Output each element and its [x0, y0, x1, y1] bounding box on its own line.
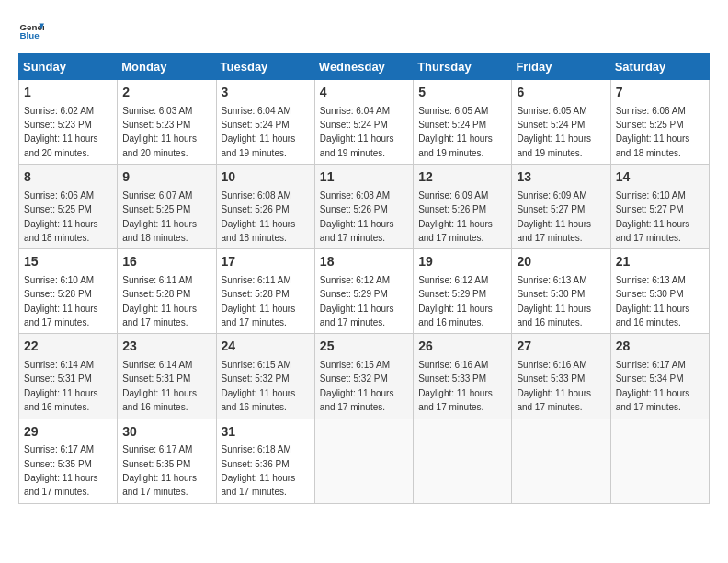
table-row: 8 Sunrise: 6:06 AMSunset: 5:25 PMDayligh…	[19, 165, 118, 249]
week-row-2: 8 Sunrise: 6:06 AMSunset: 5:25 PMDayligh…	[19, 165, 710, 249]
day-info: Sunrise: 6:15 AMSunset: 5:32 PMDaylight:…	[222, 360, 296, 412]
day-number: 31	[222, 423, 310, 442]
table-row: 20 Sunrise: 6:13 AMSunset: 5:30 PMDaylig…	[512, 249, 610, 334]
day-info: Sunrise: 6:02 AMSunset: 5:23 PMDaylight:…	[24, 106, 98, 158]
table-row: 21 Sunrise: 6:13 AMSunset: 5:30 PMDaylig…	[610, 249, 709, 334]
table-row: 28 Sunrise: 6:17 AMSunset: 5:34 PMDaylig…	[610, 334, 709, 419]
week-row-5: 29 Sunrise: 6:17 AMSunset: 5:35 PMDaylig…	[19, 419, 710, 503]
day-info: Sunrise: 6:10 AMSunset: 5:28 PMDaylight:…	[24, 275, 98, 327]
day-number: 28	[616, 338, 704, 356]
day-number: 23	[122, 338, 210, 356]
day-number: 21	[616, 253, 704, 271]
table-row: 27 Sunrise: 6:16 AMSunset: 5:33 PMDaylig…	[512, 334, 610, 419]
day-info: Sunrise: 6:12 AMSunset: 5:29 PMDaylight:…	[418, 275, 493, 327]
table-row: 25 Sunrise: 6:15 AMSunset: 5:32 PMDaylig…	[314, 334, 413, 419]
day-info: Sunrise: 6:13 AMSunset: 5:30 PMDaylight:…	[517, 275, 591, 327]
table-row: 29 Sunrise: 6:17 AMSunset: 5:35 PMDaylig…	[19, 419, 118, 503]
day-number: 10	[222, 168, 310, 187]
table-row: 22 Sunrise: 6:14 AMSunset: 5:31 PMDaylig…	[19, 334, 118, 419]
table-row: 16 Sunrise: 6:11 AMSunset: 5:28 PMDaylig…	[118, 249, 216, 334]
table-row: 14 Sunrise: 6:10 AMSunset: 5:27 PMDaylig…	[610, 165, 709, 249]
table-row: 7 Sunrise: 6:06 AMSunset: 5:25 PMDayligh…	[610, 80, 709, 165]
col-header-tuesday: Tuesday	[216, 54, 314, 80]
page-header: General Blue	[18, 18, 710, 44]
day-info: Sunrise: 6:09 AMSunset: 5:26 PMDaylight:…	[418, 190, 493, 243]
calendar-table: SundayMondayTuesdayWednesdayThursdayFrid…	[18, 53, 710, 504]
day-number: 20	[517, 253, 605, 271]
table-row: 4 Sunrise: 6:04 AMSunset: 5:24 PMDayligh…	[314, 80, 413, 165]
day-number: 12	[418, 168, 506, 187]
col-header-wednesday: Wednesday	[314, 54, 413, 80]
week-row-1: 1 Sunrise: 6:02 AMSunset: 5:23 PMDayligh…	[19, 80, 710, 165]
day-info: Sunrise: 6:06 AMSunset: 5:25 PMDaylight:…	[616, 106, 690, 158]
day-number: 30	[122, 423, 210, 442]
table-row: 15 Sunrise: 6:10 AMSunset: 5:28 PMDaylig…	[19, 249, 118, 334]
day-number: 4	[320, 84, 408, 102]
day-info: Sunrise: 6:14 AMSunset: 5:31 PMDaylight:…	[122, 360, 197, 412]
day-number: 16	[122, 253, 210, 271]
day-info: Sunrise: 6:07 AMSunset: 5:25 PMDaylight:…	[122, 190, 197, 243]
day-info: Sunrise: 6:15 AMSunset: 5:32 PMDaylight:…	[320, 360, 394, 412]
day-info: Sunrise: 6:17 AMSunset: 5:35 PMDaylight:…	[122, 444, 197, 497]
day-number: 3	[222, 84, 310, 102]
day-info: Sunrise: 6:18 AMSunset: 5:36 PMDaylight:…	[222, 444, 296, 497]
table-row: 26 Sunrise: 6:16 AMSunset: 5:33 PMDaylig…	[414, 334, 512, 419]
table-row: 1 Sunrise: 6:02 AMSunset: 5:23 PMDayligh…	[19, 80, 118, 165]
table-row: 11 Sunrise: 6:08 AMSunset: 5:26 PMDaylig…	[314, 165, 413, 249]
table-row	[512, 419, 610, 503]
day-info: Sunrise: 6:08 AMSunset: 5:26 PMDaylight:…	[222, 190, 296, 243]
table-row: 5 Sunrise: 6:05 AMSunset: 5:24 PMDayligh…	[414, 80, 512, 165]
day-number: 6	[517, 84, 605, 102]
day-info: Sunrise: 6:16 AMSunset: 5:33 PMDaylight:…	[418, 360, 493, 412]
table-row: 2 Sunrise: 6:03 AMSunset: 5:23 PMDayligh…	[118, 80, 216, 165]
table-row: 10 Sunrise: 6:08 AMSunset: 5:26 PMDaylig…	[216, 165, 314, 249]
table-row: 12 Sunrise: 6:09 AMSunset: 5:26 PMDaylig…	[414, 165, 512, 249]
table-row: 17 Sunrise: 6:11 AMSunset: 5:28 PMDaylig…	[216, 249, 314, 334]
day-number: 2	[122, 84, 210, 102]
day-number: 29	[24, 423, 112, 442]
day-number: 22	[24, 338, 112, 356]
table-row: 30 Sunrise: 6:17 AMSunset: 5:35 PMDaylig…	[118, 419, 216, 503]
day-number: 27	[517, 338, 605, 356]
day-number: 19	[418, 253, 506, 271]
col-header-thursday: Thursday	[414, 54, 512, 80]
day-info: Sunrise: 6:16 AMSunset: 5:33 PMDaylight:…	[517, 360, 591, 412]
table-row: 6 Sunrise: 6:05 AMSunset: 5:24 PMDayligh…	[512, 80, 610, 165]
day-number: 24	[222, 338, 310, 356]
table-row: 24 Sunrise: 6:15 AMSunset: 5:32 PMDaylig…	[216, 334, 314, 419]
table-row: 18 Sunrise: 6:12 AMSunset: 5:29 PMDaylig…	[314, 249, 413, 334]
table-row: 19 Sunrise: 6:12 AMSunset: 5:29 PMDaylig…	[414, 249, 512, 334]
day-number: 5	[418, 84, 506, 102]
day-number: 7	[616, 84, 704, 102]
day-number: 18	[320, 253, 408, 271]
svg-text:Blue: Blue	[19, 30, 40, 40]
col-header-friday: Friday	[512, 54, 610, 80]
day-number: 1	[24, 84, 112, 102]
col-header-sunday: Sunday	[19, 54, 118, 80]
day-info: Sunrise: 6:06 AMSunset: 5:25 PMDaylight:…	[24, 190, 98, 243]
day-number: 15	[24, 253, 112, 271]
day-info: Sunrise: 6:12 AMSunset: 5:29 PMDaylight:…	[320, 275, 394, 327]
day-info: Sunrise: 6:17 AMSunset: 5:35 PMDaylight:…	[24, 444, 98, 497]
day-info: Sunrise: 6:08 AMSunset: 5:26 PMDaylight:…	[320, 190, 394, 243]
table-row	[314, 419, 413, 503]
day-info: Sunrise: 6:09 AMSunset: 5:27 PMDaylight:…	[517, 190, 591, 243]
day-info: Sunrise: 6:13 AMSunset: 5:30 PMDaylight:…	[616, 275, 690, 327]
day-info: Sunrise: 6:04 AMSunset: 5:24 PMDaylight:…	[320, 106, 394, 158]
logo: General Blue	[18, 18, 44, 44]
logo-icon: General Blue	[18, 18, 44, 44]
day-info: Sunrise: 6:03 AMSunset: 5:23 PMDaylight:…	[122, 106, 197, 158]
day-number: 17	[222, 253, 310, 271]
week-row-3: 15 Sunrise: 6:10 AMSunset: 5:28 PMDaylig…	[19, 249, 710, 334]
day-number: 26	[418, 338, 506, 356]
table-row: 23 Sunrise: 6:14 AMSunset: 5:31 PMDaylig…	[118, 334, 216, 419]
table-row: 13 Sunrise: 6:09 AMSunset: 5:27 PMDaylig…	[512, 165, 610, 249]
day-info: Sunrise: 6:11 AMSunset: 5:28 PMDaylight:…	[122, 275, 197, 327]
col-header-saturday: Saturday	[610, 54, 709, 80]
table-row	[414, 419, 512, 503]
day-number: 9	[122, 168, 210, 187]
col-header-monday: Monday	[118, 54, 216, 80]
day-number: 13	[517, 168, 605, 187]
table-row	[610, 419, 709, 503]
day-info: Sunrise: 6:17 AMSunset: 5:34 PMDaylight:…	[616, 360, 690, 412]
